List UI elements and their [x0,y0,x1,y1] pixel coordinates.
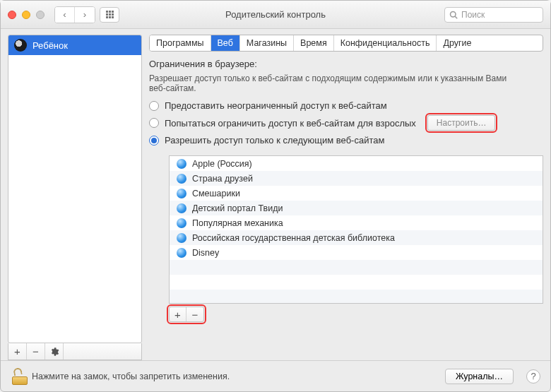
globe-icon [177,159,186,169]
content-body: Ребёнок + − Программы Веб Магазины Время… [1,29,550,360]
user-name: Ребёнок [32,40,68,51]
footer: Нажмите на замок, чтобы запретить измене… [1,360,550,391]
site-row [170,290,543,304]
site-row[interactable]: Страна друзей [170,171,543,186]
radio-icon [149,136,159,145]
user-avatar-icon [14,39,27,52]
sites-toolbar: + − [169,307,543,322]
user-settings-button[interactable] [45,343,64,360]
help-button[interactable]: ? [526,369,540,384]
svg-line-1 [455,16,457,18]
radio-label: Разрешить доступ только к следующим веб-… [165,135,384,145]
site-row [170,260,543,275]
section-desc: Разрешает доступ только к веб-сайтам с п… [149,73,516,93]
radio-label: Попытаться ограничить доступ к веб-сайта… [165,118,416,129]
tabbar: Программы Веб Магазины Время Конфиденциа… [149,35,543,52]
configure-button[interactable]: Настроить… [427,115,496,131]
radio-icon [149,101,159,111]
globe-icon [177,174,186,184]
add-user-button[interactable]: + [8,343,27,360]
lock-icon[interactable] [11,368,25,385]
remove-site-button[interactable]: − [186,307,203,321]
zoom-button[interactable] [36,11,45,19]
close-button[interactable] [8,11,16,19]
tab-time[interactable]: Время [294,35,334,51]
tab-web[interactable]: Веб [211,35,240,51]
site-row[interactable]: Детский портал Твиди [170,201,543,215]
forward-button[interactable]: › [75,7,95,23]
add-remove-group: + − [169,307,204,322]
remove-user-button[interactable]: − [27,343,45,360]
tab-apps[interactable]: Программы [150,35,211,51]
site-row[interactable]: Apple (Россия) [170,156,543,171]
sidebar-toolbar: + − [8,343,142,360]
journals-button[interactable]: Журналы… [445,369,514,384]
traffic-lights [8,11,45,19]
site-row[interactable]: Популярная механика [170,215,543,230]
tab-privacy[interactable]: Конфиденциальность [334,35,437,51]
allowed-sites-list: Apple (Россия)Страна друзейСмешарикиДетс… [169,155,543,304]
globe-icon [177,203,186,213]
gear-icon [49,347,59,357]
lock-text: Нажмите на замок, чтобы запретить измене… [32,372,230,381]
radio-label: Предоставить неограниченный доступ к веб… [165,100,387,111]
site-name: Смешарики [192,189,240,198]
nav-segment: ‹ › [54,6,95,23]
radio-icon [149,118,159,128]
user-row[interactable]: Ребёнок [8,35,141,55]
user-list: Ребёнок [8,35,142,343]
web-access-radios: Предоставить неограниченный доступ к веб… [149,100,543,145]
radio-limit-adult[interactable]: Попытаться ограничить доступ к веб-сайта… [149,115,543,131]
site-name: Apple (Россия) [192,159,252,169]
users-sidebar: Ребёнок + − [8,35,142,360]
site-name: Страна друзей [192,174,253,184]
svg-point-0 [451,11,456,17]
section-title: Ограничения в браузере: [149,59,543,69]
site-row [170,275,543,290]
minimize-button[interactable] [22,11,30,19]
tab-stores[interactable]: Магазины [240,35,294,51]
site-name: Детский портал Твиди [192,203,283,213]
site-row[interactable]: Disney [170,245,543,260]
show-all-button[interactable] [100,7,119,23]
globe-icon [177,218,186,228]
globe-icon [177,233,186,243]
site-name: Российская государственная детская библи… [192,233,395,243]
search-placeholder: Поиск [461,10,485,20]
back-button[interactable]: ‹ [55,7,75,23]
search-field[interactable]: Поиск [444,7,543,23]
globe-icon [177,189,186,198]
site-name: Disney [192,248,219,258]
titlebar: ‹ › Родительский контроль Поиск [1,1,550,29]
globe-icon [177,248,186,258]
search-icon [449,11,458,19]
main-panel: Программы Веб Магазины Время Конфиденциа… [149,35,543,360]
site-name: Популярная механика [192,218,283,228]
add-site-button[interactable]: + [170,307,186,321]
radio-allow-only[interactable]: Разрешить доступ только к следующим веб-… [149,135,543,145]
radio-unrestricted[interactable]: Предоставить неограниченный доступ к веб… [149,100,543,111]
site-row[interactable]: Российская государственная детская библи… [170,230,543,245]
tab-other[interactable]: Другие [437,35,478,51]
grid-icon [106,11,114,18]
parental-controls-window: ‹ › Родительский контроль Поиск Ребёнок … [0,0,551,392]
site-row[interactable]: Смешарики [170,186,543,201]
